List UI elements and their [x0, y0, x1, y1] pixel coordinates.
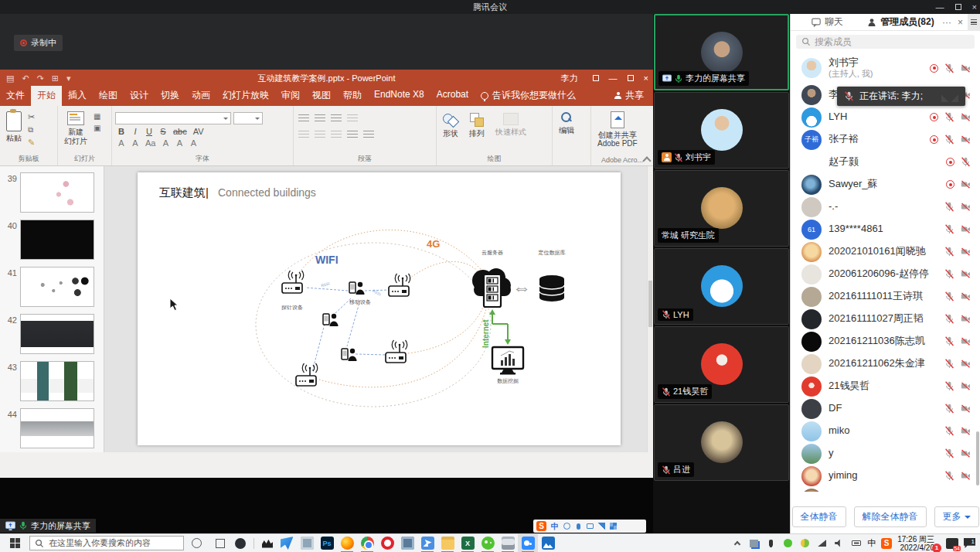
app-icon-dark[interactable] — [235, 538, 246, 549]
mic-muted-icon[interactable] — [944, 359, 954, 369]
member-row[interactable]: Z.Si — [791, 487, 980, 492]
member-list-scrollbar[interactable] — [976, 431, 979, 486]
slide-thumbnail[interactable]: 40 — [0, 220, 104, 267]
font-name-select[interactable] — [115, 112, 231, 124]
mic-muted-icon[interactable] — [944, 336, 954, 346]
taskbar-app-icon[interactable] — [377, 534, 397, 552]
member-row[interactable]: -.- — [791, 196, 980, 218]
tray-icon[interactable] — [765, 537, 777, 549]
camera-off-icon[interactable] — [961, 135, 971, 145]
toolbox-icon[interactable] — [610, 523, 617, 530]
panel-menu-button[interactable] — [968, 14, 980, 31]
mic-muted-icon[interactable] — [944, 381, 954, 391]
tray-icon[interactable] — [748, 537, 760, 549]
video-tile[interactable]: 李力的屏幕共享 — [654, 14, 789, 90]
video-tile[interactable]: 21钱昊哲 — [654, 326, 789, 403]
mic-muted-icon[interactable] — [944, 269, 954, 279]
camera-off-icon[interactable] — [961, 426, 971, 436]
member-row[interactable]: 61 139****4861 — [791, 218, 980, 240]
emoji-icon[interactable] — [563, 523, 570, 530]
camera-off-icon[interactable] — [961, 448, 971, 458]
sogou-tray-icon[interactable]: S — [881, 538, 892, 549]
font-style-button[interactable]: I — [131, 127, 139, 136]
slide-thumbnail[interactable]: 44 — [0, 408, 104, 452]
undo-icon[interactable]: ↶ — [22, 73, 29, 83]
member-list[interactable]: 刘书宇 (主持人, 我) 李力 — [791, 53, 980, 492]
reset-icon[interactable]: ▣ — [94, 124, 100, 132]
camera-off-icon[interactable] — [961, 269, 971, 279]
edit-button[interactable]: 编辑 — [556, 110, 577, 155]
align-left-icon[interactable] — [298, 131, 309, 140]
mic-muted-icon[interactable] — [944, 112, 954, 122]
font-effect-button[interactable]: A — [131, 138, 139, 148]
format-painter-icon[interactable]: ✎ — [28, 138, 35, 148]
taskbar-app-icon[interactable] — [337, 534, 357, 552]
camera-off-icon[interactable] — [961, 224, 971, 234]
slide-thumbnail-panel[interactable]: 39 40 41 42 43 — [0, 166, 104, 452]
taskbar-app-icon[interactable] — [397, 534, 417, 552]
mic-muted-icon[interactable] — [944, 247, 954, 257]
copy-icon[interactable]: ⧉ — [28, 125, 35, 135]
slideshow-icon[interactable]: ⊞ — [52, 73, 59, 83]
font-style-button[interactable]: U — [145, 127, 153, 136]
ribbon-tab[interactable]: 审阅 — [275, 86, 306, 106]
slide-thumbnail-image[interactable] — [20, 220, 94, 260]
ribbon-tab[interactable]: Acrobat — [430, 86, 475, 106]
mic-muted-icon[interactable] — [944, 291, 954, 302]
ribbon-tab[interactable]: 帮助 — [337, 86, 368, 106]
member-row[interactable]: Sawyer_蘇 — [791, 173, 980, 196]
shapes-button[interactable]: 形状 — [440, 111, 461, 155]
font-effect-button[interactable]: Aa — [145, 138, 155, 148]
handwriting-icon[interactable] — [598, 523, 605, 530]
slide-canvas[interactable]: 互联建筑| Connected buildings — [104, 166, 653, 452]
quick-access-toolbar[interactable]: ▤ ↶ ↷ ⊞ ▾ — [0, 73, 71, 83]
tab-members[interactable]: 管理成员(82) — [864, 14, 937, 30]
tray-icon[interactable] — [731, 537, 743, 549]
member-row[interactable]: 202161111011王诗琪 — [791, 285, 980, 308]
maximize-button[interactable] — [955, 4, 961, 10]
member-row[interactable]: 赵子颢 — [791, 151, 980, 173]
member-row[interactable]: 202061206096-赵停停 — [791, 263, 980, 285]
camera-off-icon[interactable] — [961, 202, 971, 212]
taskbar-app-icon[interactable]: X — [458, 534, 478, 552]
ribbon-tab[interactable]: EndNote X8 — [368, 86, 430, 106]
slide-thumbnail-image[interactable] — [20, 361, 94, 401]
slide-thumbnail[interactable]: 39 — [0, 172, 104, 220]
taskbar-app-icon[interactable] — [437, 534, 458, 552]
font-effect-button[interactable]: A — [162, 138, 169, 148]
bullet-list-icon[interactable] — [298, 114, 309, 124]
ribbon-tab[interactable]: 绘图 — [93, 86, 124, 106]
ribbon-tab[interactable]: 幻灯片放映 — [216, 86, 275, 106]
font-effect-button[interactable]: A — [189, 138, 197, 148]
mic-muted-icon[interactable] — [944, 63, 954, 73]
ribbon-tab[interactable]: 动画 — [185, 86, 216, 106]
sogou-toolbar[interactable]: S 中 — [533, 520, 646, 533]
arrange-button[interactable]: 排列 — [466, 111, 488, 155]
taskbar-app-icon[interactable] — [498, 534, 518, 552]
slide-thumbnail-image[interactable] — [20, 408, 94, 448]
slide-thumbnail-image[interactable] — [20, 314, 94, 354]
taskbar-app-icon[interactable] — [478, 534, 498, 552]
slide-thumbnail-image[interactable] — [20, 172, 94, 213]
sogou-logo-icon[interactable]: S — [536, 521, 546, 531]
align-center-icon[interactable] — [315, 131, 325, 140]
tray-icon[interactable] — [782, 537, 794, 549]
camera-off-icon[interactable] — [961, 179, 971, 189]
action-center-icon[interactable]: 1 — [964, 538, 975, 548]
quick-styles-button[interactable]: 快速样式 — [492, 111, 529, 155]
ribbon-tab[interactable]: 插入 — [62, 86, 93, 106]
camera-off-icon[interactable] — [961, 63, 971, 73]
search-input[interactable]: 搜索成员 — [796, 35, 975, 49]
font-style-button[interactable]: B — [117, 127, 125, 136]
member-row[interactable]: 子裕 张子裕 — [791, 128, 980, 151]
task-view-icon[interactable] — [216, 539, 225, 548]
member-row[interactable]: LYH — [791, 106, 980, 128]
ppt-close-button[interactable]: × — [644, 73, 648, 83]
video-tile[interactable]: 吕进 — [654, 404, 789, 481]
font-style-button[interactable]: AV — [193, 127, 204, 136]
slide-thumbnail[interactable]: 43 — [0, 361, 104, 408]
mic-muted-icon[interactable] — [944, 224, 954, 234]
font-size-select[interactable] — [233, 112, 263, 124]
member-row[interactable]: y — [791, 442, 980, 465]
save-icon[interactable]: ▤ — [6, 73, 14, 83]
